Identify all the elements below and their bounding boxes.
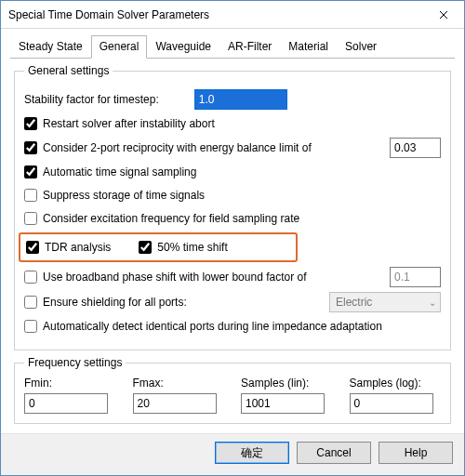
shielding-check[interactable]: Ensure shielding for all ports: — [24, 296, 187, 309]
suppress-checkbox[interactable] — [24, 189, 37, 202]
chevron-down-icon: ⌄ — [429, 298, 436, 308]
samples-lin-label: Samples (lin): — [241, 377, 333, 390]
fmin-label: Fmin: — [24, 377, 116, 390]
close-button[interactable] — [423, 1, 464, 28]
suppress-label: Suppress storage of time signals — [43, 189, 205, 202]
tab-body: General settings Stability factor for ti… — [1, 59, 464, 433]
sampling-check[interactable]: Automatic time signal sampling — [24, 165, 196, 178]
excitation-check[interactable]: Consider excitation frequency for field … — [24, 212, 299, 225]
broadband-check[interactable]: Use broadband phase shift with lower bou… — [24, 271, 307, 284]
autodetect-check[interactable]: Automatically detect identical ports dur… — [24, 320, 382, 333]
restart-checkbox[interactable] — [24, 117, 37, 130]
tab-ar-filter[interactable]: AR-Filter — [219, 35, 280, 59]
samples-log-label: Samples (log): — [350, 377, 442, 390]
broadband-label: Use broadband phase shift with lower bou… — [43, 271, 307, 284]
help-button[interactable]: Help — [379, 442, 453, 464]
tab-steady-state[interactable]: Steady State — [10, 35, 91, 59]
close-icon — [439, 10, 448, 20]
sampling-label: Automatic time signal sampling — [43, 165, 196, 178]
general-settings-legend: General settings — [24, 64, 113, 77]
dialog-window: Special Time Domain Solver Parameters St… — [0, 0, 465, 476]
shielding-label: Ensure shielding for all ports: — [43, 296, 187, 309]
excitation-checkbox[interactable] — [24, 212, 37, 225]
window-title: Special Time Domain Solver Parameters — [8, 8, 423, 21]
shielding-select: Electric ⌄ — [329, 292, 441, 312]
broadband-checkbox[interactable] — [24, 271, 37, 284]
cancel-button[interactable]: Cancel — [297, 442, 371, 464]
timeshift-label: 50% time shift — [157, 241, 227, 254]
sampling-checkbox[interactable] — [24, 165, 37, 178]
ok-button[interactable]: 确定 — [215, 442, 289, 464]
restart-check[interactable]: Restart solver after instability abort — [24, 117, 215, 130]
general-settings-group: General settings Stability factor for ti… — [14, 64, 451, 350]
tab-material[interactable]: Material — [280, 35, 337, 59]
samples-lin-input[interactable] — [241, 393, 325, 414]
fmax-input[interactable] — [133, 393, 217, 414]
broadband-input[interactable] — [390, 267, 441, 287]
tab-general[interactable]: General — [91, 35, 148, 59]
autodetect-label: Automatically detect identical ports dur… — [43, 320, 382, 333]
tdr-highlight: TDR analysis 50% time shift — [19, 232, 298, 262]
reciprocity-label: Consider 2-port reciprocity with energy … — [43, 141, 312, 154]
tdr-checkbox[interactable] — [26, 241, 39, 254]
stability-label: Stability factor for timestep: — [24, 93, 159, 106]
reciprocity-input[interactable] — [390, 138, 441, 158]
tab-strip: Steady State General Waveguide AR-Filter… — [10, 34, 455, 59]
frequency-settings-group: Frequency settings Fmin: Fmax: Samples (… — [14, 356, 451, 424]
tdr-label: TDR analysis — [45, 241, 111, 254]
fmin-input[interactable] — [24, 393, 108, 414]
samples-log-input[interactable] — [350, 393, 433, 414]
timeshift-checkbox[interactable] — [139, 241, 152, 254]
tdr-check[interactable]: TDR analysis — [26, 241, 111, 254]
autodetect-checkbox[interactable] — [24, 320, 37, 333]
stability-input[interactable] — [194, 89, 287, 110]
reciprocity-checkbox[interactable] — [24, 141, 37, 154]
title-bar: Special Time Domain Solver Parameters — [1, 1, 464, 29]
tab-waveguide[interactable]: Waveguide — [147, 35, 219, 59]
frequency-settings-legend: Frequency settings — [24, 356, 126, 369]
reciprocity-check[interactable]: Consider 2-port reciprocity with energy … — [24, 141, 312, 154]
excitation-label: Consider excitation frequency for field … — [43, 212, 299, 225]
dialog-footer: 确定 Cancel Help — [1, 433, 464, 475]
timeshift-check[interactable]: 50% time shift — [139, 241, 227, 254]
fmax-label: Fmax: — [133, 377, 225, 390]
shielding-select-value: Electric — [336, 296, 372, 309]
tab-solver[interactable]: Solver — [337, 35, 385, 59]
restart-label: Restart solver after instability abort — [43, 117, 215, 130]
shielding-checkbox[interactable] — [24, 296, 37, 309]
suppress-check[interactable]: Suppress storage of time signals — [24, 189, 205, 202]
